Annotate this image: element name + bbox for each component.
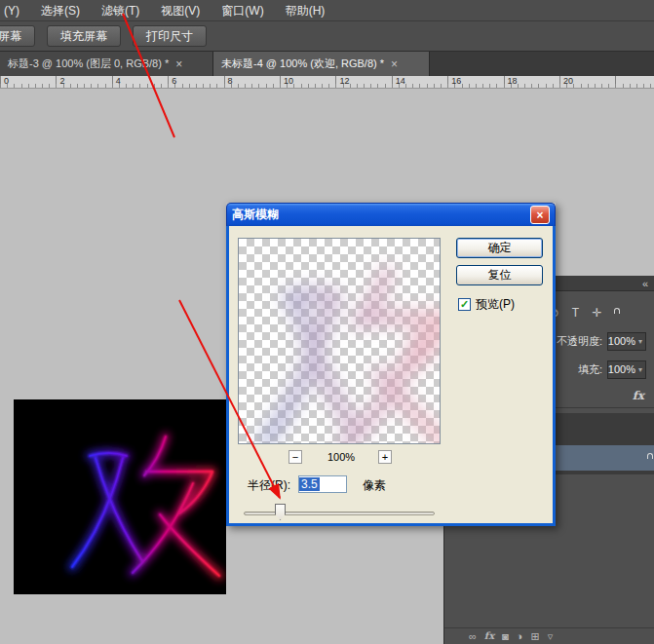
close-icon[interactable]: × [530, 206, 550, 224]
slider-track[interactable] [244, 511, 435, 515]
neon-artwork [14, 399, 226, 594]
tab-untitled-3[interactable]: 标题-3 @ 100% (图层 0, RGB/8) * × [0, 52, 213, 76]
tab-label: 标题-3 @ 100% (图层 0, RGB/8) * [8, 57, 169, 71]
layer-effects-row[interactable]: fx [548, 386, 654, 408]
ruler-number: 20 [563, 76, 573, 86]
ruler: 02468101214161820 [0, 76, 654, 89]
chevron-down-icon: ▾ [638, 337, 642, 346]
menu-item-select[interactable]: 选择(S) [30, 0, 91, 21]
ruler-number: 6 [172, 76, 176, 86]
ruler-number: 4 [116, 76, 121, 86]
link-layers-icon[interactable]: ∞ [469, 631, 477, 642]
radius-label: 半径(R): [248, 477, 290, 494]
opacity-dropdown[interactable]: 100% ▾ [607, 332, 646, 351]
blur-preview[interactable] [238, 238, 441, 444]
fit-screen-button[interactable]: 屏幕 [0, 25, 35, 47]
new-layer-icon[interactable]: ⊞ [530, 631, 539, 642]
menu-item-clipped[interactable]: (Y) [0, 0, 30, 21]
preview-checkbox-label: 预览(P) [476, 296, 515, 313]
preview-checkbox-row: ✓ 预览(P) [458, 296, 515, 313]
tab-close-icon[interactable]: × [175, 57, 182, 71]
document-image[interactable] [14, 399, 226, 594]
zoom-out-button[interactable]: − [289, 450, 302, 464]
fill-dropdown[interactable]: 100% ▾ [607, 360, 646, 379]
opacity-label: 不透明度: [557, 334, 602, 349]
zoom-controls: − 100% + [238, 450, 441, 466]
ruler-number: 10 [284, 76, 293, 86]
zoom-level: 100% [306, 451, 376, 463]
radius-input[interactable]: 3.5 [298, 475, 347, 493]
lock-position-icon[interactable]: ✛ [591, 306, 603, 320]
dialog-titlebar[interactable]: 高斯模糊 × [226, 203, 556, 226]
menu-item-help[interactable]: 帮助(H) [275, 0, 336, 21]
selected-layer-row[interactable] [548, 445, 654, 471]
radius-unit-label: 像素 [363, 477, 386, 494]
radius-row: 半径(R): 3.5 像素 [238, 475, 441, 495]
options-bar: 屏幕填充屏幕打印尺寸 [0, 21, 654, 52]
fill-label: 填充: [578, 362, 602, 377]
dialog-body: − 100% + 半径(R): 3.5 像素 确定 复位 ✓ 预览(P) [226, 226, 556, 526]
lock-glyphs-container: ⊘T✛ [548, 306, 603, 320]
checkmark-icon: ✓ [460, 298, 469, 310]
document-tabbar: 标题-3 @ 100% (图层 0, RGB/8) * × 未标题-4 @ 10… [0, 52, 654, 76]
ruler-number: 18 [508, 76, 518, 86]
tab-close-icon[interactable]: × [391, 57, 398, 71]
fill-screen-button[interactable]: 填充屏幕 [47, 25, 121, 47]
slider-thumb[interactable] [275, 504, 286, 520]
menu-item-window[interactable]: 窗口(W) [211, 0, 274, 21]
delete-layer-icon[interactable]: ▿ [548, 631, 554, 642]
collapse-panel-icon[interactable]: « [642, 278, 648, 289]
menu-item-view[interactable]: 视图(V) [150, 0, 211, 21]
options-buttons: 屏幕填充屏幕打印尺寸 [2, 25, 207, 47]
ok-button[interactable]: 确定 [456, 238, 543, 258]
zoom-in-button[interactable]: + [378, 450, 392, 464]
ruler-number: 16 [451, 76, 461, 86]
blur-preview-artwork [239, 239, 440, 443]
adjustment-layer-icon[interactable]: ◑ [517, 631, 523, 642]
ruler-number: 14 [396, 76, 405, 86]
ruler-number: 12 [339, 76, 349, 86]
layer-fx-icon[interactable]: fx [633, 389, 644, 402]
reset-button[interactable]: 复位 [456, 265, 543, 285]
ruler-number: 8 [228, 76, 233, 86]
preview-checkbox[interactable]: ✓ [458, 298, 471, 311]
chevron-down-icon: ▾ [638, 365, 642, 374]
layer-lock-buttons: ⊘T✛ [548, 304, 612, 322]
layer-mask-icon[interactable]: ◙ [502, 631, 509, 642]
dialog-title: 高斯模糊 [232, 207, 279, 223]
ruler-number: 0 [4, 76, 9, 86]
ruler-number: 2 [59, 76, 64, 86]
menu-item-filter[interactable]: 滤镜(T) [91, 0, 150, 21]
radius-value: 3.5 [299, 477, 320, 491]
lock-pixels-icon[interactable]: T [569, 306, 582, 320]
menubar: (Y)选择(S)滤镜(T)视图(V)窗口(W)帮助(H) [0, 0, 654, 21]
radius-slider [238, 503, 441, 522]
layers-list [548, 413, 654, 474]
layers-panel-bottom-bar: ∞fx◙◑⊞▿ [444, 627, 654, 644]
layer-style-icon[interactable]: fx [484, 631, 494, 641]
print-size-button[interactable]: 打印尺寸 [133, 25, 207, 47]
tab-label: 未标题-4 @ 100% (欢迎, RGB/8) * [221, 57, 384, 71]
tab-untitled-4[interactable]: 未标题-4 @ 100% (欢迎, RGB/8) * × [213, 52, 430, 76]
menubar-items: (Y)选择(S)滤镜(T)视图(V)窗口(W)帮助(H) [0, 0, 335, 21]
gaussian-blur-dialog: 高斯模糊 × − 100% + 半径(R): 3.5 像素 确定 复位 ✓ [226, 203, 556, 526]
